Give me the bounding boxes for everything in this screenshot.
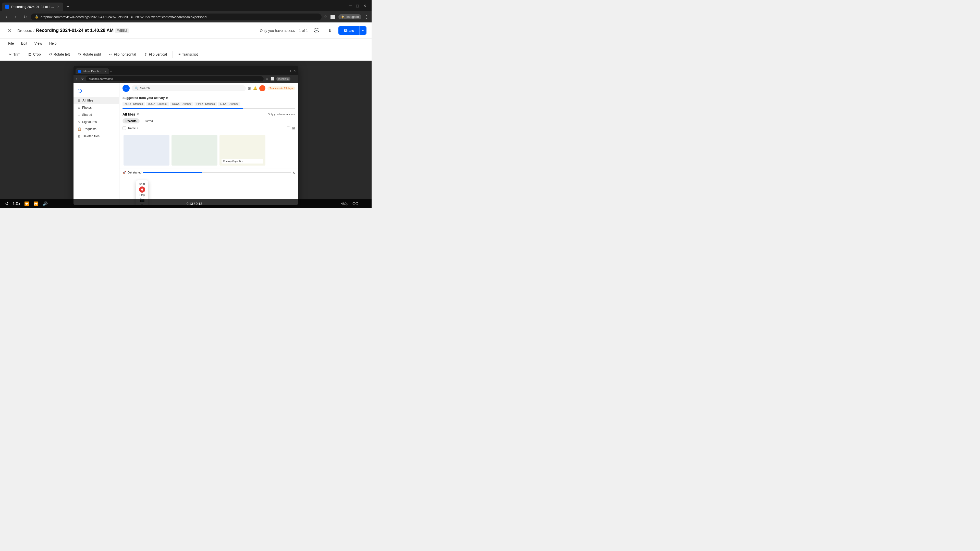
quality-label: 480p — [341, 202, 348, 206]
inner-scroll-bar — [123, 108, 295, 109]
inner-header-icons: ⊞ 🔔 Trial ends in 29 days — [248, 85, 295, 91]
forward-btn[interactable]: › — [12, 13, 19, 21]
crop-label: Crop — [33, 52, 41, 56]
inner-active-tab: Files - Dropbox ✕ — [76, 68, 109, 74]
record-time: 0:00 — [139, 183, 145, 186]
url-bar[interactable]: 🔒 dropbox.com/preview/Recording%202024-0… — [30, 14, 321, 21]
flip-h-label: Flip horizontal — [114, 52, 136, 56]
inner-main-header: + 🔍 Search ⊞ 🔔 Trial ends in 29 days — [119, 83, 298, 94]
fullscreen-btn[interactable]: ⛶ — [363, 202, 366, 206]
skip-back-btn[interactable]: ⏪ — [24, 201, 29, 206]
file-card-1 — [172, 135, 218, 165]
menu-help[interactable]: Help — [46, 40, 60, 47]
flip-horizontal-btn[interactable]: ⇔ Flip horizontal — [106, 50, 140, 59]
all-files-title: All files ⚙ — [123, 112, 140, 116]
menu-file[interactable]: File — [5, 40, 17, 47]
inner-dropbox-app: ⬡ ☰ All files ⊞ Photos ⊡ Shared — [73, 83, 298, 205]
tab-bar: Recording 2024-01-24 at 1.40... ✕ + ─ ◻ … — [0, 0, 372, 11]
files-grid-header: Name ↑ ☰ ⊞ — [119, 124, 298, 132]
back-btn[interactable]: ‹ — [3, 13, 10, 21]
all-files-label: All files — [123, 112, 135, 116]
file-type-badge: WEBM — [115, 28, 129, 33]
rotate-left-btn[interactable]: ↺ Rotate left — [45, 50, 73, 59]
close-window-btn[interactable]: ✕ — [363, 3, 366, 8]
get-started-label: Get started — [127, 171, 142, 174]
inner-tab-bar: Files - Dropbox ✕ + — ◻ ✕ — [73, 66, 298, 75]
name-col-label: Name — [128, 127, 136, 130]
share-dropdown-btn[interactable]: ▾ — [360, 26, 366, 35]
inner-nav-requests: 📋 Requests 0:00 Stop 📷 ✕ — [73, 125, 119, 133]
skip-fwd-btn[interactable]: ⏩ — [33, 201, 38, 206]
inner-search-placeholder: Search — [140, 86, 150, 90]
cc-btn[interactable]: CC — [352, 202, 358, 206]
rewind-btn[interactable]: ↺ — [5, 201, 8, 206]
reload-btn[interactable]: ↻ — [21, 13, 29, 21]
inner-tabs-row: Recents Starred — [119, 118, 298, 124]
main-video-area: Files - Dropbox ✕ + — ◻ ✕ ‹ › ↻ dropb — [0, 61, 372, 208]
inner-nav-deleted: 🗑 Deleted files — [73, 133, 119, 140]
inner-nav-photos: ⊞ Photos — [73, 104, 119, 111]
transcript-btn[interactable]: ≡ Transcript — [175, 50, 201, 59]
speed-btn[interactable]: 1.0x — [13, 202, 20, 206]
record-icon — [139, 186, 145, 192]
file-card-0 — [124, 135, 169, 165]
trim-btn[interactable]: ✂ Trim — [5, 50, 24, 59]
inner-nav-deleted-label: Deleted files — [83, 135, 100, 138]
window-controls: ─ ◻ ✕ — [346, 3, 369, 10]
new-tab-btn[interactable]: + — [64, 3, 72, 10]
browser-chrome: Recording 2024-01-24 at 1.40... ✕ + ─ ◻ … — [0, 0, 372, 22]
bookmark-icon[interactable]: ☆ — [324, 14, 327, 19]
download-btn[interactable]: ⬇ — [325, 26, 334, 35]
tab-close-btn[interactable]: ✕ — [56, 5, 60, 9]
file-chip-2: DOCX · Dropbox — [170, 102, 193, 106]
menu-edit[interactable]: Edit — [18, 40, 30, 47]
inner-browser-screenshot: Files - Dropbox ✕ + — ◻ ✕ ‹ › ↻ dropb — [73, 66, 298, 205]
get-started-rocket: 🚀 — [123, 171, 126, 174]
minimize-btn[interactable]: ─ — [349, 3, 352, 8]
list-view-icon: ☰ — [286, 126, 290, 130]
recents-tab: Recents — [123, 118, 140, 124]
inner-win-btns: — ◻ ✕ — [283, 69, 296, 73]
cc-label: CC — [352, 202, 358, 206]
incognito-label: Incognito — [346, 15, 359, 19]
volume-btn[interactable]: 🔊 — [43, 201, 48, 206]
rotate-left-label: Rotate left — [54, 52, 70, 56]
active-tab[interactable]: Recording 2024-01-24 at 1.40... ✕ — [2, 3, 63, 11]
get-started-progress-bar — [143, 172, 291, 173]
breadcrumb-home[interactable]: Dropbox — [18, 28, 32, 33]
all-files-header: All files ⚙ Only you have access — [119, 110, 298, 118]
requests-icon: 📋 — [78, 127, 81, 131]
menu-icon[interactable]: ⋮ — [364, 14, 369, 19]
comment-btn[interactable]: 💬 — [312, 26, 321, 35]
incognito-icon: 🕵 — [341, 15, 345, 19]
transcript-label: Transcript — [182, 52, 198, 56]
rotate-right-btn[interactable]: ↻ Rotate right — [75, 50, 105, 59]
files-view-controls: ☰ ⊞ — [286, 126, 295, 130]
inner-new-tab: + — [110, 69, 112, 73]
extension-icon[interactable]: ⬜ — [330, 14, 335, 19]
inner-tab-close: ✕ — [104, 70, 107, 73]
record-icon-inner — [141, 189, 143, 191]
speed-label: 1.0x — [13, 202, 20, 206]
inner-back: ‹ — [76, 77, 77, 81]
access-label: Only you have access — [260, 29, 295, 33]
inner-bell-icon: 🔔 — [253, 86, 257, 90]
menu-view[interactable]: View — [32, 40, 45, 47]
inner-tab-favicon — [78, 70, 81, 73]
flip-vertical-btn[interactable]: ⇕ Flip vertical — [141, 50, 170, 59]
close-preview-btn[interactable]: ✕ — [5, 26, 14, 35]
grid-view-icon: ⊞ — [292, 126, 295, 130]
inner-url-bar: dropbox.com/home — [86, 76, 264, 81]
get-started-chevron: ∧ — [293, 170, 295, 175]
inner-more-icon: ⋮ — [293, 77, 296, 81]
inner-star-icon: ☆ — [266, 77, 269, 81]
flip-h-icon: ⇔ — [109, 52, 112, 56]
flip-v-label: Flip vertical — [149, 52, 167, 56]
file-chip-0: XLSX · Dropbox — [123, 102, 145, 106]
restore-btn[interactable]: ◻ — [356, 3, 359, 8]
file-card-doc-text: Moonjoy Paper Doc — [221, 159, 263, 164]
transcript-icon: ≡ — [178, 52, 180, 56]
share-btn[interactable]: Share — [339, 26, 360, 35]
crop-btn[interactable]: ⊡ Crop — [25, 50, 44, 59]
rotate-left-icon: ↺ — [49, 52, 52, 56]
